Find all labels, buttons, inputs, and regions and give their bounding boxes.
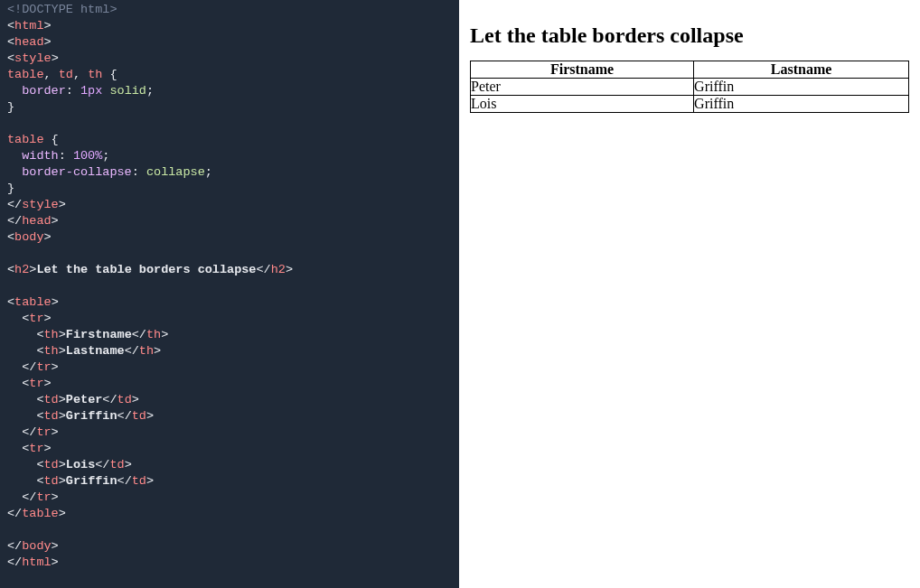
code-token[interactable]: <	[7, 393, 44, 406]
code-token[interactable]: border	[22, 84, 66, 98]
code-token[interactable]: {	[102, 68, 117, 81]
code-token[interactable]: >	[44, 19, 52, 33]
code-line[interactable]: <table>	[7, 294, 452, 311]
code-token[interactable]: >	[44, 230, 52, 244]
code-token[interactable]: >	[44, 442, 52, 455]
code-token[interactable]: <	[7, 263, 14, 276]
code-token[interactable]: th	[139, 344, 154, 358]
code-token[interactable]: ;	[102, 149, 109, 163]
code-line[interactable]	[7, 116, 452, 132]
code-token[interactable]: >	[59, 393, 66, 406]
code-token[interactable]: 100%	[73, 149, 102, 163]
code-token[interactable]: <	[7, 19, 14, 33]
code-token[interactable]: table	[22, 507, 59, 520]
code-token[interactable]: </	[256, 263, 270, 276]
code-token[interactable]: </	[95, 458, 109, 471]
code-line[interactable]: <tr>	[7, 376, 452, 392]
code-token[interactable]: Lastname	[66, 344, 125, 358]
code-line[interactable]: <body>	[7, 229, 452, 246]
code-token[interactable]: >	[59, 474, 66, 488]
code-token[interactable]: >	[52, 555, 59, 569]
code-line[interactable]: border-collapse: collapse;	[7, 164, 452, 181]
code-line[interactable]	[7, 246, 452, 262]
code-token[interactable]: >	[52, 51, 59, 65]
code-token[interactable]: </	[7, 507, 22, 520]
code-line[interactable]: <th>Lastname</th>	[7, 343, 452, 359]
code-token[interactable]: table	[14, 295, 52, 309]
code-line[interactable]: </head>	[7, 213, 452, 229]
code-token[interactable]: >	[52, 539, 59, 553]
code-token[interactable]: width	[22, 149, 59, 163]
code-token[interactable]: >	[52, 295, 59, 309]
code-token[interactable]: >	[52, 360, 59, 374]
code-token[interactable]: body	[14, 230, 43, 244]
code-token[interactable]: <	[7, 328, 44, 341]
code-token[interactable]: th	[44, 328, 59, 341]
code-token[interactable]: collapse	[146, 165, 205, 179]
code-line[interactable]: border: 1px solid;	[7, 83, 452, 99]
code-token[interactable]: Firstname	[66, 328, 132, 341]
code-token[interactable]: <	[7, 35, 14, 49]
code-token[interactable]	[7, 84, 22, 98]
code-line[interactable]: table, td, th {	[7, 67, 452, 83]
code-token[interactable]: table	[7, 68, 44, 81]
code-token[interactable]: html	[22, 555, 51, 569]
code-token[interactable]: style	[14, 51, 52, 65]
code-token[interactable]: </	[7, 425, 36, 439]
code-token[interactable]: Griffin	[66, 409, 117, 423]
code-line[interactable]: <td>Lois</td>	[7, 457, 452, 473]
code-token[interactable]: >	[59, 344, 66, 358]
code-token[interactable]: tr	[36, 425, 51, 439]
code-token[interactable]: h2	[271, 263, 286, 276]
code-token[interactable]: >	[59, 328, 66, 341]
code-line[interactable]: <td>Peter</td>	[7, 392, 452, 408]
code-line[interactable]: <h2>Let the table borders collapse</h2>	[7, 262, 452, 278]
code-token[interactable]: border-collapse	[22, 165, 132, 179]
code-token[interactable]: >	[59, 409, 66, 423]
code-token[interactable]: td	[44, 458, 59, 471]
code-token[interactable]: 1px	[80, 84, 102, 98]
code-token[interactable]: >	[146, 409, 154, 423]
code-token[interactable]: h2	[14, 263, 29, 276]
code-token[interactable]: tr	[29, 442, 43, 455]
code-token[interactable]: head	[22, 214, 51, 228]
code-token[interactable]: >	[52, 425, 59, 439]
code-line[interactable]: <style>	[7, 51, 452, 67]
code-token[interactable]: :	[59, 149, 73, 163]
code-line[interactable]: </tr>	[7, 490, 452, 506]
code-token[interactable]: td	[132, 474, 146, 488]
code-token[interactable]: </	[102, 393, 117, 406]
code-token[interactable]: td	[132, 409, 146, 423]
code-token[interactable]: <	[7, 344, 44, 358]
code-token[interactable]	[7, 165, 22, 179]
code-token[interactable]: }	[7, 100, 14, 114]
code-line[interactable]: </tr>	[7, 425, 452, 441]
code-token[interactable]: <	[7, 409, 44, 423]
code-token[interactable]: >	[59, 198, 66, 211]
code-token[interactable]: </	[117, 474, 132, 488]
code-line[interactable]: </html>	[7, 555, 452, 571]
code-token[interactable]: >	[146, 474, 154, 488]
code-line[interactable]: <td>Griffin</td>	[7, 473, 452, 490]
code-token[interactable]: th	[44, 344, 59, 358]
code-token[interactable]	[7, 149, 22, 163]
code-token[interactable]: <	[7, 312, 29, 325]
code-token[interactable]: Let the table borders collapse	[36, 263, 256, 276]
code-token[interactable]: {	[44, 133, 59, 146]
code-token[interactable]: Peter	[66, 393, 103, 406]
code-token[interactable]: >	[44, 35, 52, 49]
code-line[interactable]: <html>	[7, 18, 452, 34]
code-token[interactable]: style	[22, 198, 59, 211]
code-line[interactable]: <tr>	[7, 311, 452, 327]
code-token[interactable]: tr	[36, 490, 51, 504]
code-line[interactable]: <!DOCTYPE html>	[7, 2, 452, 18]
code-line[interactable]: </tr>	[7, 359, 452, 376]
code-token[interactable]: td	[117, 393, 132, 406]
code-line[interactable]: </style>	[7, 197, 452, 213]
code-token[interactable]: body	[22, 539, 51, 553]
code-token[interactable]: <	[7, 51, 14, 65]
code-token[interactable]: >	[44, 312, 52, 325]
code-token[interactable]: ;	[146, 84, 154, 98]
code-token[interactable]: solid	[109, 84, 146, 98]
code-token[interactable]: >	[125, 458, 132, 471]
